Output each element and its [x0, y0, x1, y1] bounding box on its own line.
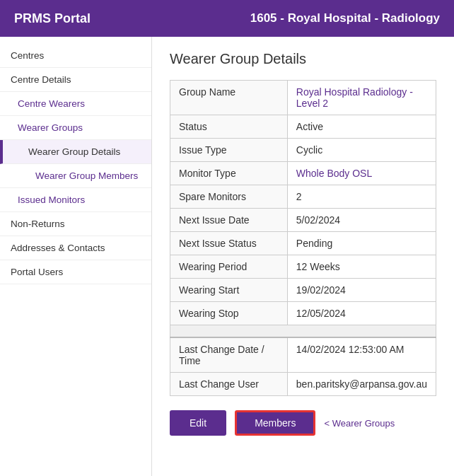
table-value: Active: [287, 115, 436, 139]
table-row: Next Issue Date5/02/2024: [170, 209, 436, 232]
sidebar-item-centre-details[interactable]: Centre Details: [0, 68, 151, 92]
details-table: Group NameRoyal Hospital Radiology - Lev…: [170, 80, 436, 396]
table-label: Wearing Start: [170, 279, 288, 302]
table-label: Status: [170, 115, 288, 139]
table-spacer-row: [170, 325, 436, 338]
sidebar-item-centre-wearers[interactable]: Centre Wearers: [0, 92, 151, 116]
table-value: 12 Weeks: [287, 255, 436, 279]
table-label: Spare Monitors: [170, 185, 288, 209]
sidebar-item-issued-monitors[interactable]: Issued Monitors: [0, 188, 151, 212]
main-layout: CentresCentre DetailsCentre WearersWeare…: [0, 37, 454, 476]
table-row: StatusActive: [170, 115, 436, 139]
table-label: Monitor Type: [170, 162, 288, 185]
button-row: Edit Members < Wearer Groups: [170, 410, 436, 436]
sidebar-item-wearer-group-details[interactable]: Wearer Group Details: [0, 140, 151, 164]
table-value: ben.paritsky@arpansa.gov.au: [287, 373, 436, 396]
table-value: 5/02/2024: [287, 209, 436, 232]
sidebar-item-centres[interactable]: Centres: [0, 44, 151, 68]
sidebar-item-addresses-contacts[interactable]: Addresses & Contacts: [0, 236, 151, 260]
page-title: Wearer Group Details: [170, 51, 436, 67]
sidebar-item-portal-users[interactable]: Portal Users: [0, 260, 151, 284]
table-label: Wearing Stop: [170, 302, 288, 325]
table-row: Last Change Date / Time14/02/2024 12:53:…: [170, 337, 436, 373]
table-label: Wearing Period: [170, 255, 288, 279]
table-value: Cyclic: [287, 139, 436, 162]
sidebar-item-wearer-groups[interactable]: Wearer Groups: [0, 116, 151, 140]
sidebar-item-wearer-group-members[interactable]: Wearer Group Members: [0, 164, 151, 188]
table-value: Royal Hospital Radiology - Level 2: [287, 81, 436, 115]
table-label: Next Issue Date: [170, 209, 288, 232]
table-value: 14/02/2024 12:53:00 AM: [287, 337, 436, 373]
sidebar-item-non-returns[interactable]: Non-Returns: [0, 212, 151, 236]
table-label: Next Issue Status: [170, 232, 288, 255]
table-row: Monitor TypeWhole Body OSL: [170, 162, 436, 185]
table-label: Issue Type: [170, 139, 288, 162]
table-row: Spare Monitors2: [170, 185, 436, 209]
table-row: Wearing Stop12/05/2024: [170, 302, 436, 325]
table-row: Next Issue StatusPending: [170, 232, 436, 255]
table-label: Last Change Date / Time: [170, 337, 288, 373]
table-row: Wearing Period12 Weeks: [170, 255, 436, 279]
app-header: PRMS Portal 1605 - Royal Hospital - Radi…: [0, 0, 454, 37]
site-name: 1605 - Royal Hospital - Radiology: [250, 11, 440, 25]
table-value: 2: [287, 185, 436, 209]
table-value: Whole Body OSL: [287, 162, 436, 185]
members-button[interactable]: Members: [235, 410, 315, 436]
table-label: Last Change User: [170, 373, 288, 396]
back-link[interactable]: < Wearer Groups: [324, 418, 395, 429]
sidebar: CentresCentre DetailsCentre WearersWeare…: [0, 37, 152, 476]
main-content: Wearer Group Details Group NameRoyal Hos…: [152, 37, 454, 476]
table-label: Group Name: [170, 81, 288, 115]
table-value: Pending: [287, 232, 436, 255]
table-value: 19/02/2024: [287, 279, 436, 302]
table-row: Issue TypeCyclic: [170, 139, 436, 162]
table-value: 12/05/2024: [287, 302, 436, 325]
table-row: Group NameRoyal Hospital Radiology - Lev…: [170, 81, 436, 115]
table-row: Last Change Userben.paritsky@arpansa.gov…: [170, 373, 436, 396]
table-row: Wearing Start19/02/2024: [170, 279, 436, 302]
app-name: PRMS Portal: [14, 11, 91, 26]
edit-button[interactable]: Edit: [170, 410, 226, 436]
